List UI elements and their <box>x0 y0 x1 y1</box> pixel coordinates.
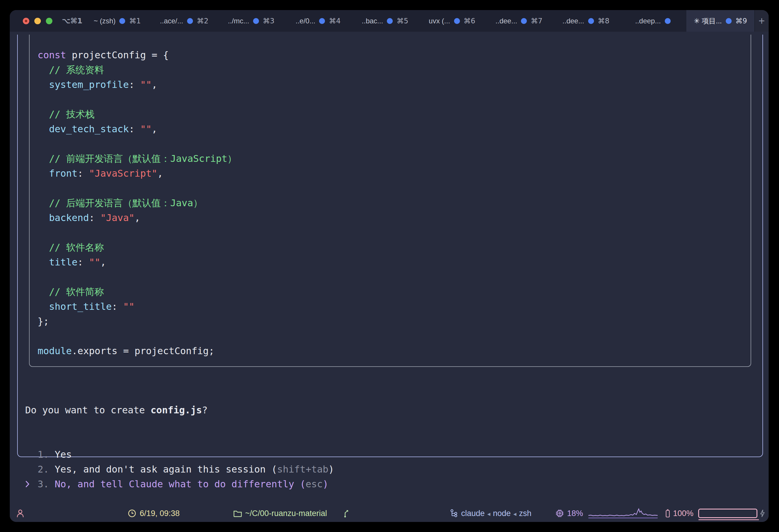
code-line <box>38 181 751 196</box>
code-line: title: "", <box>38 255 751 270</box>
tab-label: ..e/0... <box>296 17 315 25</box>
code-token: title <box>49 257 77 268</box>
tab[interactable]: ..ace/...⌘2 <box>151 10 218 32</box>
code-token: : <box>129 79 140 90</box>
code-token <box>38 301 49 312</box>
git-branch-icon <box>343 509 350 518</box>
code-token: // 技术栈 <box>49 109 95 120</box>
tab-indicator-dot <box>454 18 460 24</box>
code-token: "" <box>123 301 135 312</box>
code-block: const projectConfig = { // 系统资料 system_p… <box>29 35 751 358</box>
git-branch-status-item[interactable] <box>343 505 350 522</box>
clock-status-item[interactable]: 6/19, 09:38 <box>128 505 180 522</box>
code-line: // 系统资料 <box>38 62 751 77</box>
tab-indicator-dot <box>387 18 393 24</box>
traffic-lights <box>23 10 52 32</box>
option-row[interactable]: 3. No, and tell Claude what to do differ… <box>25 477 755 491</box>
tab-label: ~ (zsh) <box>94 17 115 25</box>
code-token: projectConfig = { <box>66 49 169 61</box>
clock-icon <box>128 509 136 518</box>
process-separator-icon: ◂ <box>485 511 493 518</box>
process-name: claude <box>461 509 485 518</box>
code-token: short_title <box>49 301 112 312</box>
process-tree-status-item[interactable]: claude ◂ node ◂ zsh <box>450 505 532 522</box>
tab[interactable]: ..deep... <box>619 10 686 32</box>
new-tab-button[interactable]: + <box>755 10 769 32</box>
option-hint-paren: ) <box>322 477 328 491</box>
tab-label: ..dee... <box>495 17 517 25</box>
code-line: dev_tech_stack: "", <box>38 122 751 136</box>
tab-indicator-dot <box>253 18 259 24</box>
code-token: "JavaScript" <box>89 168 157 179</box>
tab-shortcut: ⌘8 <box>598 17 609 25</box>
code-token: , <box>158 168 163 179</box>
code-preview-box: const projectConfig = { // 系统资料 system_p… <box>29 35 751 367</box>
tab[interactable]: ..e/0...⌘4 <box>285 10 352 32</box>
code-token: // 系统资料 <box>49 64 104 75</box>
tab-indicator-dot <box>588 18 594 24</box>
minimize-button[interactable] <box>34 18 41 24</box>
option-hint-key: esc <box>305 477 322 491</box>
code-token <box>38 168 49 179</box>
tab-indicator-dot <box>119 18 125 24</box>
tab[interactable]: ..dee...⌘8 <box>553 10 619 32</box>
tab[interactable]: ~ (zsh)⌘1 <box>84 10 151 32</box>
code-token <box>38 153 49 164</box>
tab[interactable]: ../mc...⌘3 <box>218 10 285 32</box>
code-token: , <box>152 123 157 135</box>
code-token <box>38 257 49 268</box>
tabs-strip: ~ (zsh)⌘1..ace/...⌘2../mc...⌘3..e/0...⌘4… <box>84 10 769 32</box>
directory-status-item[interactable]: ~/C/00-ruanzu-material <box>233 505 327 522</box>
code-token: : <box>129 123 140 135</box>
code-token: , <box>135 212 140 223</box>
code-line <box>38 270 751 284</box>
code-token: "" <box>89 257 100 268</box>
question-prefix: Do you want to create <box>25 404 151 416</box>
option-row[interactable]: 1. Yes <box>25 447 755 462</box>
option-row[interactable]: 2. Yes, and don't ask again this session… <box>25 462 755 477</box>
close-button[interactable] <box>23 18 29 24</box>
option-hint-paren: ( <box>272 462 277 477</box>
tab[interactable]: uvx (...⌘6 <box>419 10 485 32</box>
cpu-icon <box>555 509 564 518</box>
code-token: dev_tech_stack <box>49 123 129 135</box>
question-filename: config.js <box>151 404 202 416</box>
tab-bar: ⌥⌘1 ~ (zsh)⌘1..ace/...⌘2../mc...⌘3..e/0.… <box>10 10 769 32</box>
zoom-button[interactable] <box>46 18 52 24</box>
code-line: short_title: "" <box>38 299 751 314</box>
tab-shortcut: ⌘6 <box>464 17 475 25</box>
tab-active[interactable]: ✳ 项目...⌘9 <box>686 10 755 32</box>
battery-status-item[interactable]: 100% <box>665 505 758 522</box>
process-separator-icon: ◂ <box>511 511 519 518</box>
code-token: .exports = projectConfig; <box>72 345 215 356</box>
tab-shortcut: ⌘7 <box>531 17 542 25</box>
option-chevron-slot <box>25 447 38 462</box>
terminal-content: const projectConfig = { // 系统资料 system_p… <box>10 32 769 505</box>
code-token: system_profile <box>49 79 129 90</box>
tab[interactable]: ..bac...⌘5 <box>352 10 419 32</box>
code-line: // 软件简称 <box>38 284 751 299</box>
question-suffix: ? <box>202 404 207 416</box>
cpu-status-item[interactable]: 18% <box>555 505 583 522</box>
code-line: // 技术栈 <box>38 107 751 122</box>
tab[interactable]: ..dee...⌘7 <box>485 10 552 32</box>
cpu-sparkline <box>588 505 658 522</box>
tab-label: ..ace/... <box>160 17 183 25</box>
code-token <box>38 212 49 223</box>
permission-dialog: const projectConfig = { // 系统资料 system_p… <box>17 35 763 457</box>
code-line: system_profile: "", <box>38 77 751 92</box>
code-line: backend: "Java", <box>38 210 751 225</box>
battery-icon <box>665 509 670 518</box>
code-line <box>38 92 751 107</box>
code-token: "" <box>140 79 152 90</box>
user-status-item[interactable] <box>16 505 24 522</box>
tabs-list: ~ (zsh)⌘1..ace/...⌘2../mc...⌘3..e/0...⌘4… <box>84 10 755 32</box>
tab-label: ..deep... <box>635 17 661 25</box>
process-list: claude ◂ node ◂ zsh <box>461 509 532 518</box>
battery-percent: 100% <box>673 509 694 518</box>
tab-shortcut: ⌘4 <box>329 17 340 25</box>
options-list: 1. Yes2. Yes, and don't ask again this s… <box>25 447 755 491</box>
tab-label: ✳ 项目... <box>694 16 722 26</box>
tab-shortcut: ⌘1 <box>129 17 140 25</box>
code-token <box>38 197 49 209</box>
